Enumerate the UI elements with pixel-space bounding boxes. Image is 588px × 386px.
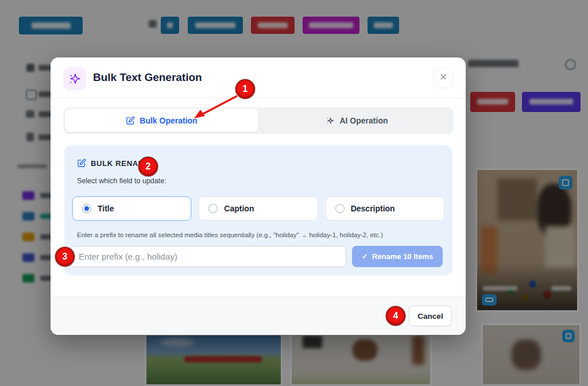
prefix-helper-text: Enter a prefix to rename all selected me… [77, 231, 383, 238]
edit-pencil-icon [126, 116, 135, 125]
edit-pencil-icon [77, 159, 86, 168]
check-icon: ✓ [362, 252, 368, 261]
tab-ai-operation[interactable]: AI Operation [260, 107, 454, 134]
modal-tabs: Bulk Operation AI Operation [63, 107, 454, 134]
screen: Bulk Text Generation ✕ Bulk Operation [0, 0, 588, 386]
radio-option-title[interactable]: Title [72, 196, 191, 221]
radio-option-caption[interactable]: Caption [199, 196, 318, 221]
sparkles-icon [63, 67, 86, 90]
option-label: Title [98, 204, 114, 213]
radio-selected-icon [82, 204, 91, 213]
option-label: Description [351, 204, 395, 213]
sparkles-icon [326, 116, 335, 125]
annotation-badge-4: 4 [386, 306, 405, 326]
option-label: Caption [224, 204, 254, 213]
tab-bulk-operation[interactable]: Bulk Operation [65, 109, 258, 132]
annotation-badge-3: 3 [55, 247, 75, 267]
radio-icon [335, 204, 345, 213]
bulk-text-generation-modal: Bulk Text Generation ✕ Bulk Operation [51, 57, 466, 335]
rename-items-button[interactable]: ✓ Rename 10 Items [352, 246, 443, 267]
modal-header: Bulk Text Generation ✕ [51, 57, 466, 98]
cancel-button[interactable]: Cancel [409, 306, 452, 326]
radio-option-description[interactable]: Description [326, 196, 444, 221]
field-options: Title Caption Description [72, 196, 444, 221]
prefix-input[interactable] [71, 246, 346, 267]
tab-label: Bulk Operation [140, 116, 197, 125]
modal-title: Bulk Text Generation [93, 71, 202, 84]
close-icon[interactable]: ✕ [434, 68, 453, 88]
radio-icon [208, 204, 218, 213]
bulk-rename-panel: BULK RENAME Select which field to update… [64, 145, 452, 275]
tab-label: AI Operation [339, 116, 388, 125]
annotation-badge-1: 1 [235, 79, 255, 99]
annotation-badge-2: 2 [138, 157, 158, 176]
field-select-label: Select which field to update: [77, 177, 167, 185]
